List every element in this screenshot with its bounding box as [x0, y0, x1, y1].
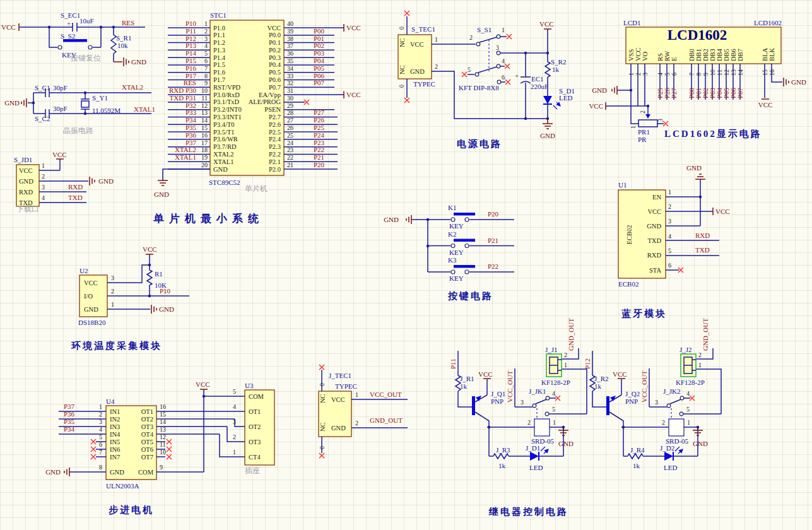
pin-number: 38	[287, 35, 293, 42]
vcc-port: VCC	[715, 208, 730, 215]
lcd-pin[interactable]: BLK 16	[768, 48, 775, 76]
resistor-S_R1[interactable]	[111, 27, 116, 54]
pin-number: 15	[762, 69, 768, 76]
pin-number: 13	[730, 69, 737, 76]
mcu[interactable]: P10 1 P1.0 P11 2 P1.1 P12 3 P1.2 P13 4 P…	[153, 11, 361, 225]
resistor-S_R2[interactable]	[545, 62, 550, 77]
pin-number: 9	[160, 464, 163, 471]
key-label: KEY	[449, 222, 464, 230]
relay-coil[interactable]	[534, 419, 550, 436]
lcd-circuit[interactable]: LCD1602 VSS 1 VCC 2 VO 3 RS 4 P25 RW 5 P…	[589, 19, 806, 143]
pin-name: OT1	[141, 408, 153, 415]
pin-number: 2	[233, 433, 236, 440]
cap-designator: EC1	[531, 75, 544, 83]
cap-EC1[interactable]	[521, 77, 531, 83]
relay-channel[interactable]: P12 J_R2 1k J_Q2 PNP VCC VCC_OUT J_JK2 3…	[584, 318, 721, 471]
net-vcc-out: VCC_OUT	[370, 391, 402, 398]
download-port[interactable]: VCC 1 GND 2 RXD 3 TXD 4 VCC GND RXD TXD …	[14, 151, 114, 213]
bluetooth-module[interactable]: ECB02 EN 1 VCC 2 GND 3 TXD 4 RXD 5 STA 6…	[618, 164, 730, 319]
switch-levers[interactable]	[478, 37, 497, 73]
vcc-port: VCC	[613, 370, 627, 378]
pin-name: P2.1	[269, 158, 281, 165]
resistor-R1[interactable]	[147, 270, 152, 285]
net-label: P12	[185, 35, 196, 42]
crystal-Y1[interactable]	[81, 101, 89, 107]
terminal-type: KF128-2P	[541, 379, 570, 386]
pin-name: IN4	[110, 431, 121, 438]
relay-coil[interactable]	[669, 419, 684, 436]
pin-name: I/O	[84, 293, 93, 300]
led-resistor-value: 1k	[498, 462, 506, 469]
switch-designator: S_S2	[61, 32, 75, 40]
reset-circuit[interactable]: VCC S_EC1 + 10uF S_S2 KEY RES S_R1 10k G…	[1, 11, 146, 66]
pin-name: OT4	[141, 431, 154, 438]
pin-number: 1	[668, 189, 671, 196]
led-designator: J_D1	[526, 444, 540, 452]
key-designator: K1	[448, 204, 456, 211]
net-label: P37	[185, 139, 197, 146]
vcc-port: VCC	[52, 151, 67, 158]
pin-number: 1	[111, 301, 114, 308]
led-resistor[interactable]	[628, 454, 643, 459]
jk-num: 4	[552, 390, 555, 397]
caption: 单片机	[245, 184, 268, 193]
lcd-pin[interactable]: BLA 15	[762, 48, 768, 76]
sw-num: 1	[502, 26, 505, 33]
net-label: P27	[670, 87, 678, 98]
pin-number: 6	[204, 57, 208, 64]
net-label: P20	[488, 210, 499, 218]
pin-number: 9	[702, 73, 709, 76]
crystal-circuit[interactable]: S_C1 30pF S_C2 30pF S_Y1 11.0592M XTAL2 …	[4, 83, 155, 135]
temp-module[interactable]: VCC 3 I/O 2 GND 1 VCC GND P10 R1 10K U2 …	[71, 245, 189, 351]
part-type: TYPEC	[335, 382, 357, 390]
pin-number: 36	[287, 50, 293, 57]
key-switch[interactable]: K1 KEY P20	[428, 204, 514, 230]
net-label: P35	[185, 124, 197, 131]
pin-gnd: GND	[410, 68, 425, 75]
transistor[interactable]	[606, 396, 609, 415]
pin-number: 1	[435, 36, 438, 43]
part-type: TYPEC	[413, 80, 435, 88]
pin-name: DB2	[702, 49, 709, 61]
relay-circuit[interactable]: P11 J_R1 1k J_Q1 PNP VCC VCC_OUT J_JK1 3…	[449, 318, 721, 517]
pin-number: 11	[160, 441, 166, 448]
power-circuit[interactable]: S_TEC1 TYPEC 0 0 NC NC VCC GND 1 2 S_S1 …	[398, 11, 575, 149]
vcc-port: VCC	[478, 370, 493, 378]
pin-number: 22	[287, 154, 293, 161]
gnd-port-backlight: GND	[791, 78, 806, 86]
pin-name: DB0	[688, 49, 695, 61]
led-type: LED	[559, 94, 572, 102]
relay-num: 2	[527, 419, 531, 426]
net-label: P07	[736, 87, 744, 98]
pin-name: GND	[110, 469, 124, 476]
jk-num: 3	[521, 399, 524, 406]
bt-inner-label: ECB02	[626, 225, 633, 245]
typec-out[interactable]: 0 0 J_TEC1 TYPEC NC NC VCC GND 1 2 VCC_O…	[319, 365, 408, 458]
jk-num: 4	[686, 390, 690, 397]
pin-number: 3	[642, 73, 649, 76]
jk-num: 3	[655, 399, 658, 406]
pin-number: 29	[287, 102, 293, 109]
pin-number: 6	[668, 262, 671, 269]
key-switch[interactable]: K2 KEY P21	[428, 230, 514, 256]
pin-name: E	[671, 57, 678, 61]
relay-channels: P11 J_R1 1k J_Q1 PNP VCC VCC_OUT J_JK1 3…	[449, 318, 721, 471]
led-S_D1[interactable]	[543, 96, 552, 104]
section-title: 环境温度采集模块	[71, 340, 162, 351]
pin-number: 10	[709, 69, 716, 76]
net-label: P01	[314, 35, 324, 42]
transistor[interactable]	[472, 396, 475, 415]
key-switch[interactable]: K3 KEY P22	[428, 256, 514, 282]
led[interactable]	[664, 452, 673, 461]
stepper-circuit[interactable]: P37 1 IN1 P36 2 IN2 P35 3 IN3 P34 4 IN4 …	[45, 380, 274, 515]
pot-PR1[interactable]	[638, 120, 657, 127]
gnd-symbol	[90, 177, 95, 186]
pin-nc1: NC	[399, 38, 406, 47]
led-resistor[interactable]	[493, 454, 509, 459]
lcd-pin[interactable]: DB7 14 P07	[736, 49, 744, 98]
key-circuit[interactable]: GND K1 KEY P20 K2 KEY P21 K3 KEY P22	[384, 204, 514, 301]
net-label: P21	[488, 237, 498, 244]
net-label: P04	[314, 57, 325, 64]
relay-channel[interactable]: P11 J_R1 1k J_Q1 PNP VCC VCC_OUT J_JK1 3…	[449, 318, 587, 471]
led[interactable]	[530, 452, 539, 461]
